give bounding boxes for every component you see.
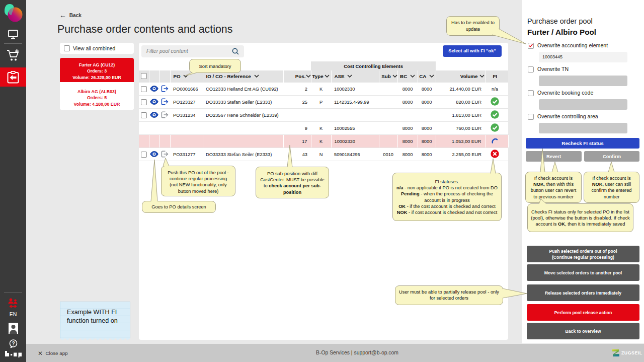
svg-text:?: ? [12, 341, 15, 346]
